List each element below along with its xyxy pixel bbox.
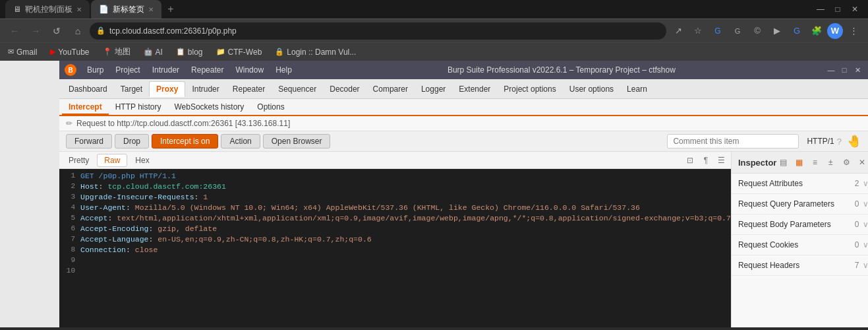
new-tab-button[interactable]: + <box>163 1 179 17</box>
request-line-10: 10 <box>59 267 731 277</box>
bookmark-blog[interactable]: 📋 blog <box>173 46 206 58</box>
nav-dashboard[interactable]: Dashboard <box>62 82 114 96</box>
action-button[interactable]: Action <box>221 134 260 148</box>
tab-pretty[interactable]: Pretty <box>62 154 96 166</box>
subnav-websockets-history[interactable]: WebSockets history <box>167 100 250 114</box>
http-help-icon[interactable]: ? <box>837 137 842 147</box>
http-version-label: HTTP/1 <box>807 137 834 146</box>
inspector-filter-icon[interactable]: ≡ <box>808 156 821 169</box>
refresh-button[interactable]: ↺ <box>47 22 66 40</box>
forward-button[interactable]: → <box>26 22 45 40</box>
subnav-options[interactable]: Options <box>250 100 291 114</box>
subnav-intercept[interactable]: Intercept <box>62 100 109 115</box>
nav-learn[interactable]: Learn <box>620 82 654 96</box>
drop-button[interactable]: Drop <box>115 134 149 148</box>
tab-hex[interactable]: Hex <box>129 154 156 166</box>
bookmarks-bar: ✉ Gmail ▶ YouTube 📍 地图 🤖 AI 📋 blog 📁 CTF… <box>0 42 868 61</box>
bookmark-maps[interactable]: 📍 地图 <box>100 45 133 59</box>
extension1-icon[interactable]: G <box>709 22 727 40</box>
bookmark-gmail[interactable]: ✉ Gmail <box>5 46 40 58</box>
inspector-close-icon[interactable]: ✕ <box>855 156 868 169</box>
pencil-icon: ✏ <box>66 119 72 128</box>
bookmark-icon[interactable]: ☆ <box>689 22 707 40</box>
inspector-cookies[interactable]: Request Cookies 0 ∨ <box>732 235 868 255</box>
nav-user-options[interactable]: User options <box>563 82 620 96</box>
inspector-title: Inspector <box>738 158 777 168</box>
back-button[interactable]: ← <box>5 22 24 40</box>
search-icon[interactable]: ¶ <box>699 154 712 167</box>
request-text[interactable]: 1 GET /p0p.php HTTP/1.1 2 Host: tcp.clou… <box>59 169 731 327</box>
query-params-count: 0 <box>855 199 859 209</box>
request-panel: Pretty Raw Hex ⊡ ¶ ☰ 1 GET /p0p.php HTTP… <box>59 152 732 327</box>
extension5-icon[interactable]: G <box>788 22 806 40</box>
open-browser-button[interactable]: Open Browser <box>263 134 331 148</box>
home-button[interactable]: ⌂ <box>69 22 87 40</box>
bookmark-ai[interactable]: 🤖 AI <box>141 46 165 58</box>
burp-minimize-button[interactable]: — <box>826 65 836 75</box>
tab1-title: 靶机控制面板 <box>25 4 72 15</box>
nav-extender[interactable]: Extender <box>452 82 497 96</box>
extension4-icon[interactable]: ▶ <box>768 22 786 40</box>
profile-avatar[interactable]: W <box>827 23 843 39</box>
inspector-settings-icon[interactable]: ⚙ <box>840 156 853 169</box>
extension3-icon[interactable]: © <box>748 22 767 40</box>
more-icon[interactable]: ☰ <box>715 154 728 167</box>
minimize-button[interactable]: — <box>813 1 828 17</box>
burp-menu-help[interactable]: Help <box>270 64 297 76</box>
tab1-favicon: 🖥 <box>13 5 21 14</box>
nav-logger[interactable]: Logger <box>415 82 452 96</box>
nav-target[interactable]: Target <box>114 82 149 96</box>
inspector-list-icon[interactable]: ▤ <box>776 156 790 169</box>
bookmark-login[interactable]: 🔒 Login :: Damn Vul... <box>272 46 359 58</box>
nav-decoder[interactable]: Decoder <box>323 82 366 96</box>
bookmark-ctf[interactable]: 📁 CTF-Web <box>214 46 265 58</box>
burp-close-button[interactable]: ✕ <box>852 65 863 75</box>
menu-icon[interactable]: ⋮ <box>844 22 863 40</box>
bookmark-ai-label: AI <box>156 48 163 57</box>
burp-maximize-button[interactable]: □ <box>839 65 850 75</box>
subnav-http-history[interactable]: HTTP history <box>109 100 168 114</box>
share-icon[interactable]: ↗ <box>669 22 687 40</box>
hand-icon[interactable]: 🤚 <box>847 134 861 148</box>
tab2-close-icon[interactable]: ✕ <box>148 6 154 13</box>
youtube-icon: ▶ <box>50 48 55 56</box>
tab1-close-icon[interactable]: ✕ <box>76 6 82 13</box>
nav-proxy[interactable]: Proxy <box>149 81 185 97</box>
burp-menu-intruder[interactable]: Intruder <box>147 64 185 76</box>
inspector-grid-icon[interactable]: ▦ <box>792 156 805 169</box>
browser-tab-2[interactable]: 📄 新标签页 ✕ <box>91 0 161 18</box>
nav-repeater[interactable]: Repeater <box>226 82 272 96</box>
burp-menu-window[interactable]: Window <box>230 64 269 76</box>
inspector-request-attributes[interactable]: Request Attributes 2 ∨ <box>732 174 868 194</box>
browser-toolbar-icons: ↗ ☆ G G © ▶ G 🧩 W ⋮ <box>669 22 863 40</box>
close-button[interactable]: ✕ <box>847 1 863 17</box>
bookmark-youtube[interactable]: ▶ YouTube <box>47 46 92 58</box>
url-bar[interactable]: 🔒 tcp.cloud.dasctf.com:26361/p0p.php <box>90 22 666 40</box>
browser-chrome: 🖥 靶机控制面板 ✕ 📄 新标签页 ✕ + — □ ✕ ← → ↺ ⌂ 🔒 tc… <box>0 0 868 61</box>
burp-window-controls: — □ ✕ <box>826 65 863 75</box>
inspector-query-params[interactable]: Request Query Parameters 0 ∨ <box>732 194 868 214</box>
nav-comparer[interactable]: Comparer <box>366 82 415 96</box>
maximize-button[interactable]: □ <box>830 1 846 17</box>
extension2-icon[interactable]: G <box>728 22 747 40</box>
body-params-chevron-icon: ∨ <box>863 220 868 229</box>
inspector-expand-icon[interactable]: ± <box>824 156 837 169</box>
nav-sequencer[interactable]: Sequencer <box>272 82 323 96</box>
nav-intruder[interactable]: Intruder <box>185 82 225 96</box>
burp-menu-project[interactable]: Project <box>110 64 145 76</box>
request-attributes-label: Request Attributes <box>738 179 855 188</box>
burp-menu-burp[interactable]: Burp <box>82 64 109 76</box>
comment-input[interactable] <box>667 134 799 148</box>
page-content: B Burp Project Intruder Repeater Window … <box>0 61 868 327</box>
forward-button[interactable]: Forward <box>66 134 112 148</box>
intercept-on-button[interactable]: Intercept is on <box>152 134 218 148</box>
proxy-content: ✏ Request to http://tcp.cloud.dasctf.com… <box>59 116 868 327</box>
burp-menu-repeater[interactable]: Repeater <box>186 64 229 76</box>
extension6-icon[interactable]: 🧩 <box>807 22 826 40</box>
wrap-text-icon[interactable]: ⊡ <box>683 154 697 167</box>
tab-raw[interactable]: Raw <box>97 154 127 167</box>
inspector-request-headers[interactable]: Request Headers 7 ∨ <box>732 255 868 276</box>
nav-project-options[interactable]: Project options <box>497 82 562 96</box>
browser-tab-1[interactable]: 🖥 靶机控制面板 ✕ <box>5 0 90 18</box>
inspector-body-params[interactable]: Request Body Parameters 0 ∨ <box>732 214 868 235</box>
